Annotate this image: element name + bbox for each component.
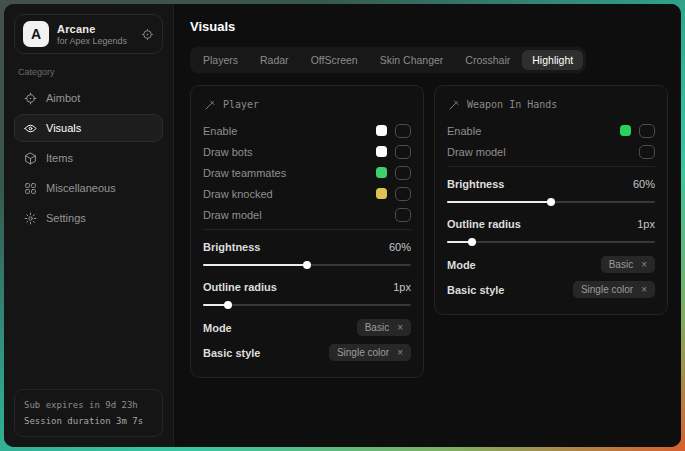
setting-label: Draw model bbox=[447, 146, 506, 158]
slider-row-brightness: Brightness60% bbox=[203, 229, 411, 275]
setting-label: Mode bbox=[447, 259, 476, 271]
close-icon[interactable]: × bbox=[397, 323, 403, 333]
checkbox[interactable] bbox=[395, 124, 411, 138]
toggle-controls bbox=[639, 145, 655, 159]
main-content: Visuals PlayersRadarOffScreenSkin Change… bbox=[174, 4, 681, 447]
slider-value: 1px bbox=[393, 281, 411, 293]
slider-thumb[interactable] bbox=[468, 238, 476, 246]
panel-title: Weapon In Hands bbox=[467, 99, 557, 110]
chip-row-basic-style: Basic styleSingle color× bbox=[203, 340, 411, 365]
toggle-row-draw-model: Draw model bbox=[203, 204, 411, 225]
sidebar-item-visuals[interactable]: Visuals bbox=[14, 114, 163, 142]
slider-value: 1px bbox=[637, 218, 655, 230]
color-swatch[interactable] bbox=[376, 125, 387, 136]
toggle-controls bbox=[376, 145, 411, 159]
setting-label: Draw model bbox=[203, 209, 262, 221]
sidebar-item-aimbot[interactable]: Aimbot bbox=[14, 84, 163, 112]
slider-value: 60% bbox=[389, 241, 411, 253]
setting-label: Draw knocked bbox=[203, 188, 273, 200]
slider-row-outline-radius: Outline radius1px bbox=[447, 212, 655, 252]
app-logo: A bbox=[23, 21, 49, 47]
page-title: Visuals bbox=[190, 19, 668, 34]
chip-row-mode: ModeBasic× bbox=[203, 315, 411, 340]
subscription-info-card: Sub expires in 9d 23h Session duration 3… bbox=[14, 389, 163, 437]
tab-players[interactable]: Players bbox=[193, 50, 248, 70]
close-icon[interactable]: × bbox=[397, 348, 403, 358]
setting-label: Basic style bbox=[203, 347, 260, 359]
checkbox[interactable] bbox=[639, 124, 655, 138]
slider-label-row: Outline radius1px bbox=[203, 276, 411, 297]
slider bbox=[447, 197, 655, 207]
setting-label: Outline radius bbox=[447, 218, 521, 230]
toggle-row-draw-teammates: Draw teammates bbox=[203, 162, 411, 183]
setting-label: Basic style bbox=[447, 284, 504, 296]
checkbox[interactable] bbox=[639, 145, 655, 159]
setting-label: Draw teammates bbox=[203, 167, 286, 179]
tab-highlight[interactable]: Highlight bbox=[522, 50, 583, 70]
chip-single-color[interactable]: Single color× bbox=[573, 281, 655, 298]
close-icon[interactable]: × bbox=[641, 285, 647, 295]
checkbox[interactable] bbox=[395, 166, 411, 180]
chip-label: Basic bbox=[365, 322, 389, 333]
sidebar-nav: AimbotVisualsItemsMiscellaneousSettings bbox=[14, 84, 163, 234]
sidebar-item-items[interactable]: Items bbox=[14, 144, 163, 172]
toggle-row-draw-knocked: Draw knocked bbox=[203, 183, 411, 204]
toggle-row-enable: Enable bbox=[203, 120, 411, 141]
tab-skin-changer[interactable]: Skin Changer bbox=[370, 50, 454, 70]
app-title-block: Arcane for Apex Legends bbox=[57, 23, 127, 46]
slider-value: 60% bbox=[633, 178, 655, 190]
toggle-controls bbox=[395, 208, 411, 222]
checkbox[interactable] bbox=[395, 187, 411, 201]
tab-offscreen[interactable]: OffScreen bbox=[301, 50, 368, 70]
panel-title: Player bbox=[223, 99, 259, 110]
color-swatch[interactable] bbox=[376, 188, 387, 199]
category-label: Category bbox=[18, 67, 159, 77]
target-icon[interactable] bbox=[141, 28, 154, 41]
app-header-card: A Arcane for Apex Legends bbox=[14, 14, 163, 54]
eye-icon bbox=[24, 122, 37, 135]
checkbox[interactable] bbox=[395, 208, 411, 222]
panel-player: PlayerEnableDraw botsDraw teammatesDraw … bbox=[190, 85, 424, 378]
slider-thumb[interactable] bbox=[547, 198, 555, 206]
panel-header: Player bbox=[203, 98, 411, 111]
toggle-controls bbox=[376, 166, 411, 180]
panels-container: PlayerEnableDraw botsDraw teammatesDraw … bbox=[190, 85, 668, 378]
chip-basic[interactable]: Basic× bbox=[601, 256, 655, 273]
sidebar-item-label: Miscellaneous bbox=[46, 182, 116, 194]
panel-weapon-in-hands: Weapon In HandsEnableDraw modelBrightnes… bbox=[434, 85, 668, 315]
slider-row-outline-radius: Outline radius1px bbox=[203, 275, 411, 315]
color-swatch[interactable] bbox=[620, 125, 631, 136]
chip-basic[interactable]: Basic× bbox=[357, 319, 411, 336]
sidebar-item-label: Aimbot bbox=[46, 92, 80, 104]
slider-thumb[interactable] bbox=[224, 301, 232, 309]
color-swatch[interactable] bbox=[376, 167, 387, 178]
slider-row-brightness: Brightness60% bbox=[447, 166, 655, 212]
tab-crosshair[interactable]: Crosshair bbox=[455, 50, 520, 70]
sidebar-item-miscellaneous[interactable]: Miscellaneous bbox=[14, 174, 163, 202]
tools-icon bbox=[447, 98, 460, 111]
chip-single-color[interactable]: Single color× bbox=[329, 344, 411, 361]
sidebar-item-settings[interactable]: Settings bbox=[14, 204, 163, 232]
close-icon[interactable]: × bbox=[641, 260, 647, 270]
chip-label: Single color bbox=[581, 284, 633, 295]
sidebar-item-label: Items bbox=[46, 152, 73, 164]
toggle-controls bbox=[620, 124, 655, 138]
session-duration-text: Session duration 3m 7s bbox=[24, 413, 153, 429]
toggle-row-draw-bots: Draw bots bbox=[203, 141, 411, 162]
slider-label-row: Brightness60% bbox=[203, 236, 411, 257]
slider bbox=[203, 300, 411, 310]
gear-icon bbox=[24, 212, 37, 225]
slider-track[interactable] bbox=[447, 241, 655, 243]
color-swatch[interactable] bbox=[376, 146, 387, 157]
tab-radar[interactable]: Radar bbox=[250, 50, 299, 70]
app-name: Arcane bbox=[57, 23, 127, 35]
setting-label: Outline radius bbox=[203, 281, 277, 293]
slider-thumb[interactable] bbox=[303, 261, 311, 269]
slider-track[interactable] bbox=[203, 304, 411, 306]
box-icon bbox=[24, 152, 37, 165]
checkbox[interactable] bbox=[395, 145, 411, 159]
app-window: A Arcane for Apex Legends Category Aimbo… bbox=[4, 4, 681, 447]
chip-row-basic-style: Basic styleSingle color× bbox=[447, 277, 655, 302]
tab-bar: PlayersRadarOffScreenSkin ChangerCrossha… bbox=[190, 47, 586, 73]
slider bbox=[203, 260, 411, 270]
